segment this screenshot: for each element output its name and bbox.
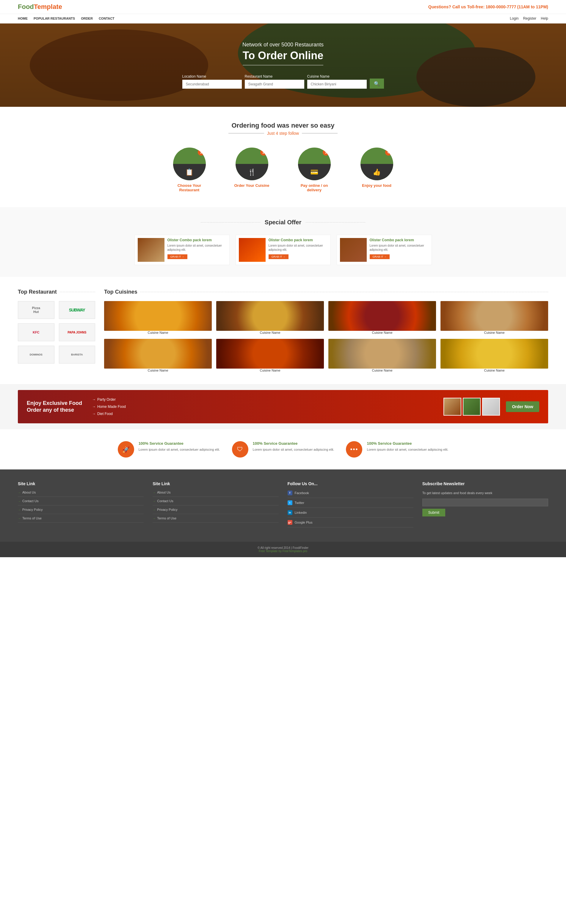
grab-btn-3[interactable]: GRAB IT → (370, 254, 389, 259)
top-section: Top Restaurant PizzaHut SUBWAY KFC PAPA … (0, 277, 566, 384)
cuisine-image-3 (328, 301, 436, 331)
step-2: 🍴 2 Order Your Cuisine (233, 147, 271, 192)
newsletter-input[interactable] (422, 499, 548, 506)
banner-item-1: Party Order (92, 396, 437, 403)
steps-grid: 📋 1 Choose Your Restaurant 🍴 2 Order You… (18, 147, 548, 192)
feature-2-content: 100% Service Guarantee Lorem ipsum dolor… (253, 441, 334, 452)
cuisine-item-1[interactable]: Cuisine Name (104, 301, 212, 334)
linkedin-link[interactable]: in Linkedin (287, 510, 413, 518)
banner: Enjoy Exclusive Food Order any of these … (18, 390, 548, 423)
nav-order[interactable]: ORDER (81, 16, 93, 20)
cuisine-item-3[interactable]: Cuisine Name (328, 301, 436, 334)
googleplus-link[interactable]: g+ Google Plus (287, 520, 413, 528)
offer-content-2: Olister Combo pack lorem Lorem ipsum dol… (269, 238, 328, 259)
restaurant-logo-2[interactable]: SUBWAY (59, 301, 96, 319)
cuisine-name-2: Cuisine Name (216, 331, 324, 334)
restaurant-input[interactable] (245, 80, 304, 88)
grab-btn-2[interactable]: GRAB IT → (269, 254, 289, 259)
hero-subtitle: Network of over 5000 Restaurants (243, 42, 323, 48)
nav-home[interactable]: HOME (18, 16, 28, 20)
cuisine-name-4: Cuisine Name (440, 331, 548, 334)
facebook-icon: f (287, 490, 292, 495)
facebook-link[interactable]: f Facebook (287, 490, 413, 498)
cuisine-field: Cuisine Name (307, 74, 367, 88)
linkedin-icon: in (287, 510, 292, 515)
step-2-number: 2 (260, 149, 267, 156)
top-bar: FoodTemplate Questions? Call us Toll-fre… (0, 0, 566, 14)
cuisine-item-4[interactable]: Cuisine Name (440, 301, 548, 334)
footer-link-about-2[interactable]: About Us (153, 490, 279, 497)
footer-link-about-1[interactable]: About Us (18, 490, 144, 497)
banner-img-3 (482, 398, 500, 416)
feature-1-title: 100% Service Guarantee (139, 441, 220, 446)
hero-title: To Order Online (243, 50, 323, 66)
cuisine-input[interactable] (307, 80, 367, 88)
restaurant-logo-3[interactable]: KFC (18, 323, 54, 341)
footer-col-4-title: Subscribe Newsletter (422, 482, 548, 486)
banner-img-2 (463, 398, 481, 416)
nav-login[interactable]: Login (510, 16, 518, 21)
step-4-number: 4 (385, 149, 392, 156)
offer-image-2 (239, 238, 266, 262)
banner-img-1 (443, 398, 461, 416)
footer-copyright: © All right reserved 2014 | FoodiFinder … (18, 546, 548, 553)
location-input[interactable] (182, 80, 242, 88)
footer-col-3-title: Follow Us On... (287, 482, 413, 486)
free-template-link[interactable]: Free Template by FreeTemplates.pro (259, 549, 307, 553)
search-bar: Location Name Restaurant Name Cuisine Na… (182, 74, 384, 88)
offer-image-1 (138, 238, 165, 262)
footer-link-terms-2[interactable]: Terms of Use (153, 516, 279, 523)
step-3-label: Pay online / on delivery (295, 183, 334, 192)
top-restaurants-title: Top Restaurant (18, 289, 95, 295)
banner-item-2: Home Made Food (92, 403, 437, 410)
step-4: 👍 4 Enjoy your food (358, 147, 396, 192)
footer-col-1-title: Site Link (18, 482, 144, 486)
footer-link-privacy-2[interactable]: Privacy Policy (153, 508, 279, 514)
newsletter-submit-button[interactable]: Submit (422, 509, 445, 516)
offer-title-3: Olister Combo pack lorem (370, 238, 428, 242)
cuisine-image-8 (440, 339, 548, 369)
restaurant-logo-5[interactable]: DOMINOS (18, 346, 54, 363)
hero-section: Network of over 5000 Restaurants To Orde… (0, 24, 566, 107)
restaurant-logo-6[interactable]: BARISTA (59, 346, 96, 363)
restaurant-logo-4[interactable]: PAPA JOHNS (59, 323, 96, 341)
footer-link-terms-1[interactable]: Terms of Use (18, 516, 144, 523)
cuisine-item-2[interactable]: Cuisine Name (216, 301, 324, 334)
feature-2-desc: Lorem ipsum dolor sit amet, consectetuer… (253, 447, 334, 452)
grab-btn-1[interactable]: GRAB IT → (168, 254, 187, 259)
nav-right: Login Register Help (510, 16, 548, 21)
twitter-link[interactable]: t Twitter (287, 500, 413, 508)
step-3-number: 3 (323, 149, 329, 156)
footer-link-contact-1[interactable]: Contact Us (18, 499, 144, 506)
step-2-inner: 🍴 (235, 164, 268, 180)
footer-link-privacy-1[interactable]: Privacy Policy (18, 508, 144, 514)
step-4-circle: 👍 4 (361, 147, 393, 180)
cuisine-item-7[interactable]: Cuisine Name (328, 339, 436, 372)
cuisines-grid: Cuisine Name Cuisine Name Cuisine Name C… (104, 301, 548, 372)
nav-help[interactable]: Help (541, 16, 548, 21)
footer-link-contact-2[interactable]: Contact Us (153, 499, 279, 506)
step-4-icon: 👍 (373, 168, 381, 176)
offer-title-2: Olister Combo pack lorem (269, 238, 328, 242)
nav-register[interactable]: Register (523, 16, 536, 21)
nav-restaurants[interactable]: POPULAR RESTAURANTS (34, 16, 75, 20)
cuisine-item-5[interactable]: Cuisine Name (104, 339, 212, 372)
offer-desc-1: Lorem ipsum dolor sit amet, consectetuer… (168, 244, 226, 252)
top-cuisines: Top Cuisines Cuisine Name Cuisine Name C… (104, 289, 548, 372)
cuisine-item-8[interactable]: Cuisine Name (440, 339, 548, 372)
banner-section: Enjoy Exclusive Food Order any of these … (0, 384, 566, 429)
feature-1-desc: Lorem ipsum dolor sit amet, consectetuer… (139, 447, 220, 452)
offer-card-2: Olister Combo pack lorem Lorem ipsum dol… (235, 235, 331, 265)
cuisine-item-6[interactable]: Cuisine Name (216, 339, 324, 372)
banner-list: Party Order Home Made Food Diet Food (92, 396, 437, 417)
footer-col-3: Follow Us On... f Facebook t Twitter in … (287, 482, 413, 530)
feature-1-content: 100% Service Guarantee Lorem ipsum dolor… (139, 441, 220, 452)
cuisine-image-4 (440, 301, 548, 331)
offer-card-1: Olister Combo pack lorem Lorem ipsum dol… (135, 235, 230, 265)
dots-icon: ••• (350, 446, 358, 453)
order-now-button[interactable]: Order Now (506, 401, 539, 412)
feature-1: 🚀 100% Service Guarantee Lorem ipsum dol… (118, 441, 220, 458)
restaurant-logo-1[interactable]: PizzaHut (18, 301, 54, 319)
nav-contact[interactable]: CONTACT (99, 16, 114, 20)
search-button[interactable]: 🔍 (370, 78, 384, 88)
